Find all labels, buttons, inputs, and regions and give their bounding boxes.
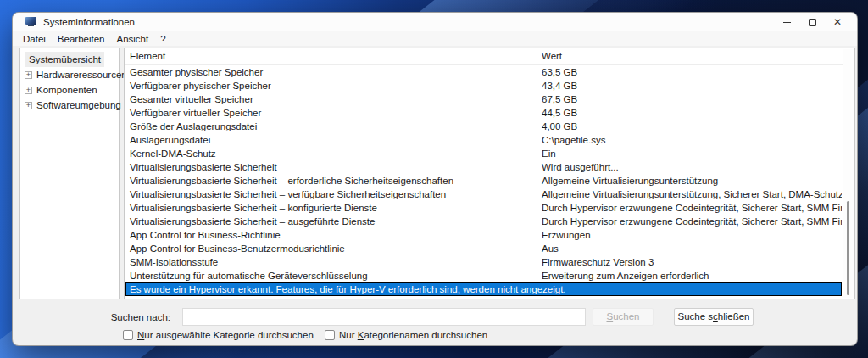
system-summary-list: Element Wert Gesamter physischer Speiche… xyxy=(124,48,855,299)
category-tree: Systemübersicht + Hardwareressourcen + K… xyxy=(19,48,120,299)
close-search-button[interactable]: Suche schließen xyxy=(674,308,754,326)
table-row[interactable]: Virtualisierungsbasierte SicherheitWird … xyxy=(125,160,854,174)
menu-datei[interactable]: Datei xyxy=(17,33,52,45)
table-row[interactable]: App Control for Business-RichtlinieErzwu… xyxy=(125,228,854,242)
tree-item-softwareumgebung[interactable]: + Softwareumgebung xyxy=(20,98,119,113)
expand-plus-icon[interactable]: + xyxy=(25,71,32,79)
window-title: Systeminformationen xyxy=(43,17,135,27)
table-row[interactable]: App Control for Business-Benutzermodusri… xyxy=(125,242,854,255)
table-row[interactable]: Kernel-DMA-SchutzEin xyxy=(125,147,854,160)
table-row[interactable]: Gesamter virtueller Speicher67,5 GB xyxy=(125,92,854,106)
table-row[interactable]: Verfügbarer virtueller Speicher44,5 GB xyxy=(125,106,854,120)
tree-item-label: Hardwareressourcen xyxy=(36,67,127,82)
menu-ansicht[interactable]: Ansicht xyxy=(110,33,154,45)
table-row[interactable]: Gesamter physischer Speicher63,5 GB xyxy=(125,65,854,79)
list-header: Element Wert xyxy=(125,48,854,65)
tree-item-label: Komponenten xyxy=(36,82,97,98)
minimize-button[interactable] xyxy=(774,13,799,31)
msinfo-app-icon xyxy=(25,17,37,27)
menu-bar: Datei Bearbeiten Ansicht ? xyxy=(13,31,857,46)
title-bar[interactable]: Systeminformationen ✕ xyxy=(13,13,857,31)
checkbox-icon[interactable] xyxy=(123,330,133,340)
expand-plus-icon[interactable]: + xyxy=(25,102,32,109)
minimize-icon xyxy=(783,22,791,23)
tree-item-systemuebersicht[interactable]: Systemübersicht xyxy=(20,52,119,67)
table-row[interactable]: Virtualisierungsbasierte Sicherheit – ko… xyxy=(125,201,854,215)
table-row[interactable]: AuslagerungsdateiC:\pagefile.sys xyxy=(125,133,854,147)
checkbox-category-names[interactable]: Nur Kategorienamen durchsuchen xyxy=(325,330,487,340)
expand-plus-icon[interactable]: + xyxy=(25,87,32,94)
menu-bearbeiten[interactable]: Bearbeiten xyxy=(52,33,111,45)
close-button[interactable]: ✕ xyxy=(825,13,850,31)
table-row[interactable]: Virtualisierungsbasierte Sicherheit – ve… xyxy=(125,187,854,201)
table-row[interactable]: Verfügbarer physischer Speicher43,4 GB xyxy=(125,79,854,92)
search-label: Suchen nach: xyxy=(81,309,170,326)
vertical-scrollbar[interactable] xyxy=(843,49,854,298)
tree-item-label: Systemübersicht xyxy=(25,52,104,67)
tree-item-komponenten[interactable]: + Komponenten xyxy=(20,82,119,98)
tree-item-hardwareressourcen[interactable]: + Hardwareressourcen xyxy=(20,67,119,82)
maximize-button[interactable] xyxy=(799,13,825,31)
column-header-element[interactable]: Element xyxy=(125,48,537,64)
scrollbar-thumb[interactable] xyxy=(847,201,849,295)
table-row[interactable]: SMM-IsolationsstufeFirmwareschutz Versio… xyxy=(125,255,854,269)
tree-item-label: Softwareumgebung xyxy=(36,98,121,113)
menu-help[interactable]: ? xyxy=(154,33,171,45)
table-row[interactable]: Virtualisierungsbasierte Sicherheit – au… xyxy=(125,215,854,228)
table-row[interactable]: Unterstützung für automatische Gerätever… xyxy=(125,269,854,282)
checkbox-label: Nur Kategorienamen durchsuchen xyxy=(339,330,487,340)
search-input[interactable] xyxy=(182,308,586,326)
checkbox-selected-category[interactable]: Nur ausgewählte Kategorie durchsuchen xyxy=(123,330,314,340)
column-header-wert[interactable]: Wert xyxy=(537,48,854,64)
system-information-window: Systeminformationen ✕ Datei Bearbeiten A… xyxy=(12,12,858,346)
checkbox-label: Nur ausgewählte Kategorie durchsuchen xyxy=(137,330,314,340)
selected-message-row[interactable]: Es wurde ein Hypervisor erkannt. Feature… xyxy=(125,282,842,296)
close-icon: ✕ xyxy=(833,16,842,28)
table-row[interactable]: Virtualisierungsbasierte Sicherheit – er… xyxy=(125,174,854,187)
maximize-icon xyxy=(809,19,816,26)
table-row[interactable]: Größe der Auslagerungsdatei4,00 GB xyxy=(125,120,854,133)
search-button[interactable]: Suchen xyxy=(593,308,654,326)
checkbox-icon[interactable] xyxy=(325,330,335,340)
